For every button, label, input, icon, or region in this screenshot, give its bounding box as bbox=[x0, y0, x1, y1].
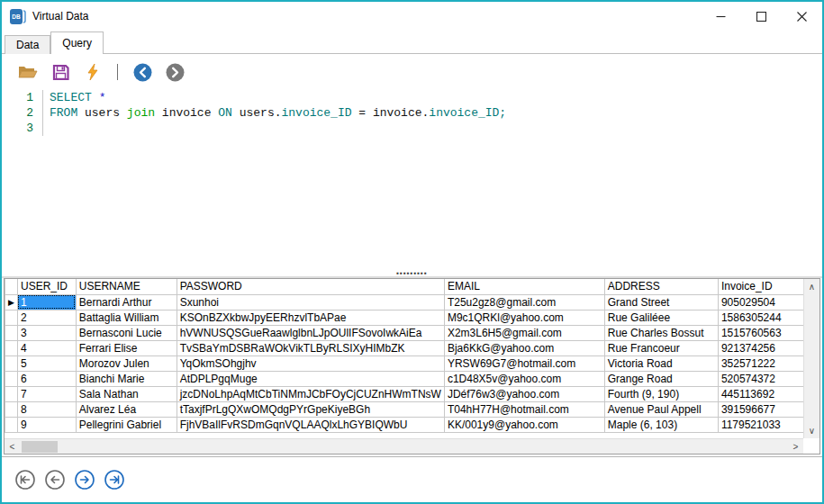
grid-cell[interactable]: 8 bbox=[17, 401, 76, 417]
grid-cell[interactable]: 9 bbox=[17, 417, 76, 432]
grid-cell[interactable]: KSOnBZXkbwJpyEERhzvlTbAPae bbox=[177, 310, 444, 325]
close-button[interactable] bbox=[782, 2, 822, 31]
first-record-button[interactable] bbox=[14, 469, 36, 490]
current-row-marker[interactable]: ▶ bbox=[5, 294, 18, 310]
grid-cell[interactable]: AtDPLPgqMuge bbox=[177, 371, 444, 386]
grid-cell[interactable]: Bernasconi Lucie bbox=[76, 325, 177, 340]
grid-cell[interactable]: T25u2gz8@gmail.com bbox=[444, 294, 604, 310]
grid-cell[interactable]: jzcDNoLhpAqMtCbTiNMmJCbFOyCjCUZnHWmTNsW bbox=[177, 386, 444, 401]
close-icon bbox=[797, 12, 807, 22]
grid-cell[interactable]: M9c1QRKl@yahoo.com bbox=[444, 310, 604, 325]
grid-cell[interactable]: 2 bbox=[17, 310, 76, 325]
grid-cell[interactable]: Maple (6, 103) bbox=[604, 417, 718, 432]
execute-query-button[interactable] bbox=[81, 60, 104, 84]
grid-cell[interactable]: Battaglia William bbox=[76, 310, 177, 325]
row-marker-cell[interactable] bbox=[5, 401, 18, 417]
grid-cell[interactable]: JDéf76w3@yahoo.com bbox=[444, 386, 604, 401]
grid-cell[interactable]: c1D48X5v@yahoo.com bbox=[444, 371, 604, 386]
editor-line[interactable]: 3 bbox=[2, 121, 822, 136]
grid-cell[interactable]: Rue Charles Bossut bbox=[604, 325, 718, 340]
grid-cell[interactable]: Pellegrini Gabriel bbox=[76, 417, 177, 432]
table-row: 5Morozov JulenYqOkmSOhgjhvYRSW69G7@hotma… bbox=[5, 356, 819, 371]
first-record-icon bbox=[14, 469, 36, 490]
grid-cell[interactable]: FjhVBaIlFvRSDmGqnVQLAAQlxLhGYBIQWbU bbox=[177, 417, 444, 432]
selected-cell[interactable]: 1 bbox=[17, 294, 76, 310]
grid-cell[interactable]: YqOkmSOhgjhv bbox=[177, 356, 444, 371]
line-number: 2 bbox=[2, 105, 43, 121]
horizontal-scrollbar[interactable]: < > bbox=[5, 438, 803, 454]
row-marker-cell[interactable] bbox=[5, 310, 18, 325]
grid-cell[interactable]: 4 bbox=[17, 340, 76, 356]
toolbar-separator bbox=[117, 64, 118, 80]
grid-cell[interactable]: 7 bbox=[17, 386, 76, 401]
row-marker-cell[interactable] bbox=[5, 386, 18, 401]
grid-cell[interactable]: TvSBaYmDSBRaWOkVikTLByRLSIXyHIMbZK bbox=[177, 340, 444, 356]
grid-cell[interactable]: Morozov Julen bbox=[76, 356, 177, 371]
grid-cell[interactable]: Grand Street bbox=[604, 294, 718, 310]
column-header-email[interactable]: EMAIL bbox=[444, 279, 604, 294]
grid-cell[interactable]: hVWNUSQSGueRaawlglbnLJpOUlIFSovoIwkAiEa bbox=[177, 325, 444, 340]
editor-grid-splitter[interactable]: ▪▪▪▪▪▪▪▪▪ bbox=[2, 270, 822, 278]
grid-cell[interactable]: 6 bbox=[17, 371, 76, 386]
tab-query-label: Query bbox=[62, 37, 92, 50]
tab-query[interactable]: Query bbox=[50, 32, 104, 54]
previous-record-button[interactable] bbox=[44, 469, 66, 490]
grid-cell[interactable]: X2m3L6H5@gmail.com bbox=[444, 325, 604, 340]
grid-cell[interactable]: Avenue Paul Appell bbox=[604, 401, 718, 417]
row-marker-header[interactable] bbox=[5, 279, 18, 294]
row-marker-cell[interactable] bbox=[5, 340, 18, 356]
grid-cell[interactable]: Fourth (9, 190) bbox=[604, 386, 718, 401]
grid-cell[interactable]: 5 bbox=[17, 356, 76, 371]
grid-cell[interactable]: KK/001y9@yahoo.com bbox=[444, 417, 604, 432]
column-header-username[interactable]: USERNAME bbox=[76, 279, 177, 294]
grid-cell[interactable]: Rue Francoeur bbox=[604, 340, 718, 356]
editor-line[interactable]: 2FROM users join invoice ON users.invoic… bbox=[2, 105, 822, 121]
grid-cell[interactable]: tTaxjfPrLgQXwOMQdgPYrGpeKiyeBGh bbox=[177, 401, 444, 417]
scroll-left-icon[interactable]: < bbox=[5, 439, 20, 454]
grid-cell[interactable]: T04hH77H@hotmail.com bbox=[444, 401, 604, 417]
vertical-scrollbar[interactable]: ∧ ∨ bbox=[803, 279, 819, 438]
grid-cell[interactable]: Sala Nathan bbox=[76, 386, 177, 401]
minimize-button[interactable] bbox=[701, 2, 741, 31]
minimize-icon bbox=[716, 12, 726, 22]
grid-cell[interactable]: 3 bbox=[17, 325, 76, 340]
maximize-button[interactable] bbox=[741, 2, 782, 31]
grid-cell[interactable]: Victoria Road bbox=[604, 356, 718, 371]
forward-button[interactable] bbox=[163, 60, 186, 84]
row-marker-cell[interactable] bbox=[5, 325, 18, 340]
scroll-right-icon[interactable]: > bbox=[788, 439, 803, 454]
maximize-icon bbox=[756, 12, 766, 22]
grid-cell[interactable]: Rue Galiléee bbox=[604, 310, 718, 325]
line-number: 3 bbox=[2, 121, 43, 136]
next-record-button[interactable] bbox=[74, 469, 95, 490]
grid-cell[interactable]: Bja6KkG@yahoo.com bbox=[444, 340, 604, 356]
sql-editor[interactable]: 1SELECT *2FROM users join invoice ON use… bbox=[2, 90, 822, 270]
grid-cell[interactable]: Bianchi Marie bbox=[76, 371, 177, 386]
results-grid: USER_IDUSERNAMEPASSWORDEMAILADDRESSInvoi… bbox=[4, 278, 820, 454]
horizontal-scrollbar-thumb[interactable] bbox=[22, 441, 58, 453]
tab-data[interactable]: Data bbox=[5, 35, 50, 54]
grid-cell[interactable]: Bernardi Arthur bbox=[76, 294, 177, 310]
last-record-button[interactable] bbox=[104, 469, 125, 490]
scroll-down-icon[interactable]: ∨ bbox=[804, 423, 819, 438]
save-button[interactable] bbox=[49, 60, 72, 84]
scroll-up-icon[interactable]: ∧ bbox=[804, 279, 819, 294]
row-marker-cell[interactable] bbox=[5, 371, 18, 386]
grid-cell[interactable]: Sxunhoi bbox=[177, 294, 444, 310]
editor-line[interactable]: 1SELECT * bbox=[2, 90, 822, 105]
column-header-user_id[interactable]: USER_ID bbox=[17, 279, 76, 294]
row-marker-cell[interactable] bbox=[5, 417, 18, 432]
row-marker-cell[interactable] bbox=[5, 356, 18, 371]
column-header-password[interactable]: PASSWORD bbox=[177, 279, 444, 294]
grid-cell[interactable]: Ferrari Elise bbox=[76, 340, 177, 356]
column-header-address[interactable]: ADDRESS bbox=[604, 279, 718, 294]
table-row: 8Alvarez LéatTaxjfPrLgQXwOMQdgPYrGpeKiye… bbox=[5, 401, 819, 417]
grid-cell[interactable]: YRSW69G7@hotmail.com bbox=[444, 356, 604, 371]
back-button[interactable] bbox=[131, 60, 154, 84]
open-file-button[interactable] bbox=[16, 60, 40, 84]
grid-cell[interactable]: Alvarez Léa bbox=[76, 401, 177, 417]
table-row: 3Bernasconi LuciehVWNUSQSGueRaawlglbnLJp… bbox=[5, 325, 819, 340]
app-window: DB Virtual Data Data Query bbox=[0, 0, 824, 504]
grid-cell[interactable]: Grange Road bbox=[604, 371, 718, 386]
next-record-icon bbox=[74, 469, 95, 490]
